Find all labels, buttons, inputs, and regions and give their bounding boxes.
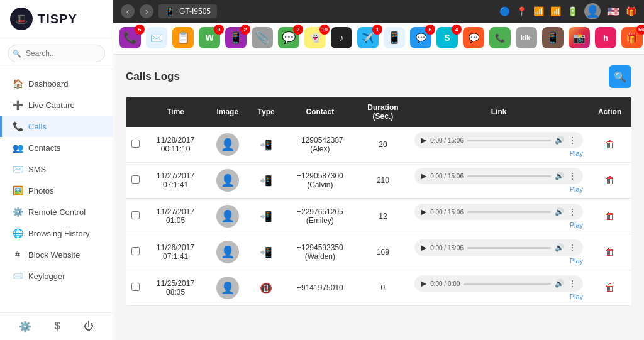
volume-icon[interactable]: 🔊 [555,172,564,180]
app-icon-kik[interactable]: kik· [516,27,538,50]
row-duration: 169 [357,234,409,270]
progress-bar[interactable] [467,175,551,177]
sidebar-item-remote-control[interactable]: ⚙️ Remote Control [0,201,113,222]
more-options-icon[interactable]: ⋮ [568,135,577,145]
sidebar-label-sms: SMS [28,165,46,174]
flag-icon: 🇺🇸 [607,6,619,18]
more-options-icon[interactable]: ⋮ [568,207,577,217]
billing-icon[interactable]: $ [55,321,60,332]
row-duration: 12 [357,199,409,234]
play-button[interactable]: ▶ [421,136,426,145]
volume-icon[interactable]: 🔊 [555,243,564,252]
call-out-icon: 📵 [260,283,272,293]
volume-icon[interactable]: 🔊 [555,279,564,288]
row-checkbox[interactable] [131,247,140,255]
app-icon-viber[interactable]: 📱 2 [225,27,248,50]
more-options-icon[interactable]: ⋮ [568,243,577,253]
app-icon-tiktok[interactable]: ♪ [331,27,353,50]
app-icon-instagram[interactable]: 📸 [569,27,591,50]
sidebar-label-keylogger: Keylogger [28,271,65,281]
progress-bar[interactable] [464,283,551,285]
sidebar-item-contacts[interactable]: 👥 Contacts [0,137,113,158]
device-name: GT-I9505 [179,7,211,16]
play-button[interactable]: ▶ [421,207,426,216]
app-icon-hike[interactable]: h [595,27,618,50]
badge-snapchat: 19 [319,25,330,35]
app-icon-attach[interactable]: 📎 [252,27,274,50]
delete-button[interactable]: 🗑 [605,139,615,150]
logout-icon[interactable]: ⏻ [84,321,94,332]
play-button[interactable]: ▶ [421,172,426,180]
avatar-placeholder: 👤 [216,205,239,228]
app-icon-gift[interactable]: 🎁 50 [621,27,644,50]
delete-button[interactable]: 🗑 [605,211,615,222]
call-in-icon: 📲 [260,247,272,258]
audio-time: 0:00 / 0:00 [430,280,460,287]
block-icon: # [12,250,23,260]
play-link[interactable]: Play [414,150,583,157]
play-button[interactable]: ▶ [421,279,426,288]
progress-bar[interactable] [467,247,551,249]
sidebar-item-keylogger[interactable]: ⌨️ Keylogger [0,265,113,287]
keylogger-icon: ⌨️ [12,271,23,281]
app-icon-telegram[interactable]: ✈️ 1 [357,27,380,50]
app-icon-phone[interactable]: 📞 5 [119,27,142,50]
row-checkbox[interactable] [131,140,140,148]
sidebar-item-sms[interactable]: ✉️ SMS [0,158,113,180]
row-image: 👤 [206,127,248,163]
delete-button[interactable]: 🗑 [605,246,615,258]
photos-icon: 🖼️ [12,185,23,195]
filter-button[interactable]: 🔍 [609,65,631,88]
app-icon-line[interactable]: 💬 [463,27,486,50]
settings-icon[interactable]: ⚙️ [19,321,31,332]
search-input[interactable] [8,45,105,62]
sidebar-item-browsing-history[interactable]: 🌐 Browsing History [0,222,113,244]
col-link: Link [409,97,588,127]
row-checkbox[interactable] [131,211,140,219]
col-duration: Duration(Sec.) [357,97,409,127]
more-options-icon[interactable]: ⋮ [568,171,577,181]
app-icon-wechat[interactable]: 📞 [489,27,512,50]
delete-button[interactable]: 🗑 [605,282,615,293]
sidebar-label-calls: Calls [28,122,47,131]
sidebar-item-calls[interactable]: 📞 Calls [0,116,113,137]
sidebar-item-photos[interactable]: 🖼️ Photos [0,180,113,201]
sidebar-item-dashboard[interactable]: 🏠 Dashboard [0,73,113,94]
row-type: 📲 [248,163,284,199]
app-icon-skype[interactable]: S 4 [436,27,459,50]
audio-time: 0:00 / 15:06 [430,209,464,216]
volume-icon[interactable]: 🔊 [555,207,564,216]
back-button[interactable]: ‹ [121,4,135,18]
play-link[interactable]: Play [414,185,583,193]
sidebar-label-photos: Photos [28,186,53,195]
app-icon-fb-messenger[interactable]: 💬 5 [410,27,433,50]
app-icon-snapchat[interactable]: 👻 19 [304,27,327,50]
row-checkbox[interactable] [131,175,140,184]
row-contact: +2297651205(Emiley) [284,199,357,234]
app-icon-iMessage[interactable]: 📱 [384,27,406,50]
signal-icon: 📶 [550,6,561,16]
app-icon-messenger[interactable]: 💬 2 [278,27,301,50]
play-link[interactable]: Play [414,293,583,300]
row-checkbox[interactable] [131,283,140,291]
more-options-icon[interactable]: ⋮ [568,278,577,288]
sidebar-item-block-website[interactable]: # Block Website [0,244,113,265]
delete-button[interactable]: 🗑 [605,175,615,186]
progress-bar[interactable] [467,211,551,213]
app-icon-clipboard[interactable]: 📋 [172,27,195,50]
volume-icon[interactable]: 🔊 [555,136,564,145]
col-action: Action [588,97,631,127]
app-icon-email[interactable]: ✉️ [146,27,169,50]
play-link[interactable]: Play [414,257,583,265]
progress-bar[interactable] [467,140,551,141]
sidebar-label-contacts: Contacts [28,143,60,153]
row-checkbox-cell [126,234,145,270]
app-icon-whatsapp[interactable]: W 9 [199,27,221,50]
app-icon-sms[interactable]: 📱 [542,27,565,50]
forward-button[interactable]: › [140,4,153,18]
row-image: 👤 [206,199,248,234]
badge-phone: 5 [135,25,145,35]
play-button[interactable]: ▶ [421,243,426,252]
play-link[interactable]: Play [414,221,583,229]
sidebar-item-live-capture[interactable]: ➕ Live Capture [0,94,113,116]
